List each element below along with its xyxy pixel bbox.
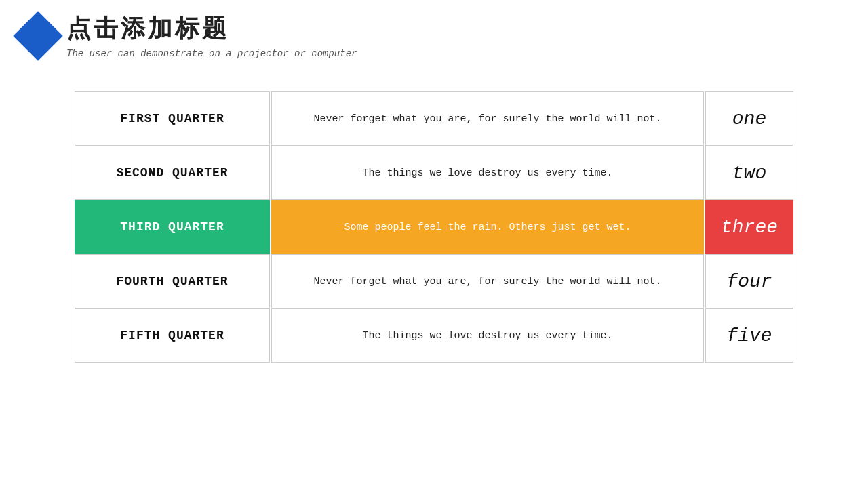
- table-row[interactable]: FOURTH QUARTERNever forget what you are,…: [75, 254, 793, 308]
- row-text-4: The things we love destroy us every time…: [271, 308, 704, 363]
- row-label-2: THIRD QUARTER: [75, 200, 270, 254]
- quarter-label: FIFTH QUARTER: [120, 329, 224, 342]
- quarter-label: THIRD QUARTER: [120, 220, 224, 234]
- table-container: FIRST QUARTERNever forget what you are, …: [75, 92, 793, 363]
- row-label-0: FIRST QUARTER: [75, 92, 270, 146]
- diamond-logo: [13, 11, 63, 61]
- row-text-2: Some people feel the rain. Others just g…: [271, 200, 704, 254]
- row-number-2: three: [705, 200, 793, 254]
- quarter-number: five: [726, 325, 772, 346]
- main-title[interactable]: 点击添加标题: [66, 12, 357, 45]
- row-text-1: The things we love destroy us every time…: [271, 146, 704, 200]
- table-row[interactable]: FIFTH QUARTERThe things we love destroy …: [75, 308, 793, 363]
- quarter-text: The things we love destroy us every time…: [362, 167, 612, 179]
- header: 点击添加标题 The user can demonstrate on a pro…: [0, 0, 868, 64]
- quarter-number: three: [721, 217, 778, 238]
- row-label-1: SECOND QUARTER: [75, 146, 270, 200]
- quarter-label: FOURTH QUARTER: [116, 274, 228, 288]
- quarter-text: Never forget what you are, for surely th…: [313, 113, 661, 125]
- quarter-number: one: [732, 108, 766, 129]
- quarter-text: The things we love destroy us every time…: [362, 330, 612, 342]
- quarter-number: four: [726, 271, 772, 292]
- subtitle: The user can demonstrate on a projector …: [66, 48, 357, 59]
- row-text-3: Never forget what you are, for surely th…: [271, 254, 704, 308]
- table-row[interactable]: FIRST QUARTERNever forget what you are, …: [75, 92, 793, 146]
- row-number-0: one: [705, 92, 793, 146]
- quarter-text: Some people feel the rain. Others just g…: [344, 222, 631, 233]
- row-number-3: four: [705, 254, 793, 308]
- quarter-label: SECOND QUARTER: [116, 166, 228, 180]
- row-number-4: five: [705, 308, 793, 363]
- table-row[interactable]: THIRD QUARTERSome people feel the rain. …: [75, 200, 793, 254]
- table-row[interactable]: SECOND QUARTERThe things we love destroy…: [75, 146, 793, 200]
- row-label-3: FOURTH QUARTER: [75, 254, 270, 308]
- header-text: 点击添加标题 The user can demonstrate on a pro…: [66, 12, 357, 59]
- row-text-0: Never forget what you are, for surely th…: [271, 92, 704, 146]
- row-number-1: two: [705, 146, 793, 200]
- quarter-number: two: [732, 163, 766, 184]
- quarter-label: FIRST QUARTER: [120, 112, 224, 125]
- row-label-4: FIFTH QUARTER: [75, 308, 270, 363]
- quarter-text: Never forget what you are, for surely th…: [313, 276, 661, 287]
